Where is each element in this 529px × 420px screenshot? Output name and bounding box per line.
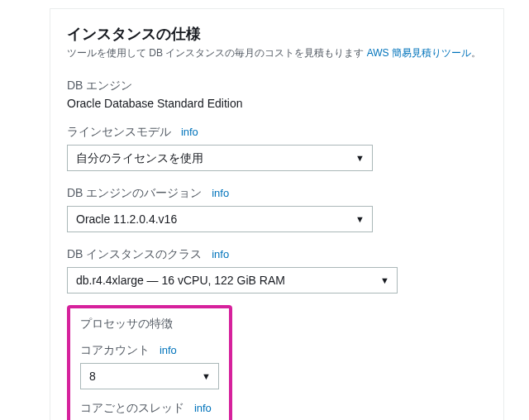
license-model-info-link[interactable]: info: [181, 126, 198, 138]
engine-version-select[interactable]: Oracle 11.2.0.4.v16: [67, 206, 373, 232]
threads-per-core-field: コアごとのスレッド info 2 ▼: [80, 401, 219, 420]
panel-heading: インスタンスの仕様: [67, 24, 487, 44]
pricing-calculator-link[interactable]: AWS 簡易見積りツール: [367, 47, 471, 59]
subheading-prefix: ツールを使用して DB インスタンスの毎月のコストを見積もります: [67, 47, 367, 59]
processor-features-highlight: プロセッサの特徴 コアカウント info 8 ▼ コアごとのスレッド info …: [67, 305, 232, 420]
instance-class-label: DB インスタンスのクラス: [67, 247, 202, 260]
db-engine-label: DB エンジン: [67, 79, 487, 93]
license-model-select[interactable]: 自分のライセンスを使用: [67, 145, 373, 171]
instance-spec-panel: インスタンスの仕様 ツールを使用して DB インスタンスの毎月のコストを見積もり…: [50, 8, 504, 420]
panel-subheading: ツールを使用して DB インスタンスの毎月のコストを見積もります AWS 簡易見…: [67, 45, 487, 60]
core-count-select[interactable]: 8: [80, 363, 219, 389]
engine-version-field: DB エンジンのバージョン info Oracle 11.2.0.4.v16 ▼: [67, 186, 487, 232]
core-count-info-link[interactable]: info: [160, 344, 177, 356]
threads-per-core-info-link[interactable]: info: [194, 402, 212, 414]
instance-class-info-link[interactable]: info: [212, 248, 229, 260]
license-model-label: ラインセンスモデル: [67, 125, 171, 138]
core-count-field: コアカウント info 8 ▼: [80, 343, 219, 389]
db-engine-value: Oracle Database Standard Edition: [67, 97, 487, 110]
subheading-suffix: 。: [471, 47, 481, 59]
instance-class-select[interactable]: db.r4.4xlarge — 16 vCPU, 122 GiB RAM: [67, 267, 398, 294]
core-count-label: コアカウント: [80, 343, 150, 356]
instance-class-field: DB インスタンスのクラス info db.r4.4xlarge — 16 vC…: [67, 247, 487, 294]
threads-per-core-label: コアごとのスレッド: [80, 401, 184, 414]
engine-version-label: DB エンジンのバージョン: [67, 186, 202, 199]
license-model-field: ラインセンスモデル info 自分のライセンスを使用 ▼: [67, 125, 487, 171]
engine-version-info-link[interactable]: info: [212, 187, 229, 199]
processor-features-title: プロセッサの特徴: [80, 317, 219, 332]
